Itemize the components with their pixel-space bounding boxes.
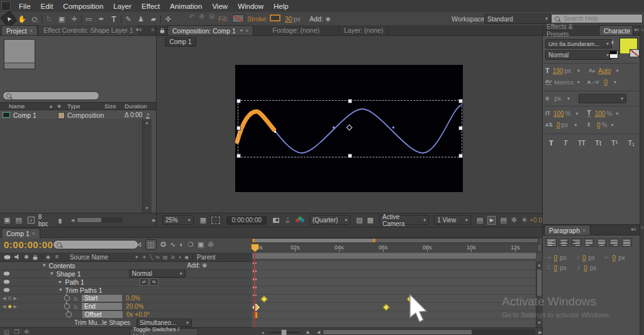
column-duration[interactable]: Duration <box>125 103 147 110</box>
project-search[interactable] <box>3 91 99 100</box>
faux-italic-button[interactable]: T <box>564 139 568 147</box>
keyframe-start-1[interactable] <box>260 295 267 302</box>
fill-stroke-swap[interactable] <box>609 50 618 59</box>
leading-value[interactable]: Auto <box>598 67 611 74</box>
frame-blend-icon[interactable]: ▤ <box>163 254 168 260</box>
pan-behind-tool[interactable]: ✛ <box>69 14 80 25</box>
source-name-column[interactable]: Source Name <box>70 254 108 261</box>
exposure-value[interactable]: +0.0 <box>530 217 542 224</box>
subscript-button[interactable]: T₁ <box>628 139 635 147</box>
stroke-color-swatch[interactable] <box>630 49 640 57</box>
tsume-value[interactable]: 0 <box>597 122 601 128</box>
indent-left-value[interactable]: 0 <box>554 254 558 261</box>
stroke-width-value[interactable]: px <box>554 95 561 102</box>
superscript-button[interactable]: T¹ <box>611 139 618 147</box>
label-column-icon[interactable]: ◈ <box>46 254 50 260</box>
row-shape1[interactable]: ▾ Shape 1 Normal ▾ <box>0 270 252 278</box>
offset-value[interactable]: 0x +0.0° <box>126 311 150 318</box>
quality-icon[interactable]: ╲ <box>150 254 153 260</box>
zoom-in-mountain-icon[interactable]: ▲ <box>305 329 311 335</box>
checkerboard-icon[interactable]: ▩ <box>367 217 374 224</box>
toggle-switches-modes-button[interactable]: Toggle Switches / Modes <box>130 328 198 335</box>
align-left-button[interactable] <box>546 238 557 247</box>
panel-menu-icon[interactable]: ▾≡ <box>136 27 142 33</box>
space-before-value[interactable]: 0 <box>554 264 558 271</box>
add-keyframe-icon[interactable]: ◇ <box>8 296 11 301</box>
start-property-label[interactable]: Start <box>82 295 122 302</box>
project-search-input[interactable] <box>14 92 96 100</box>
chevron-down-icon[interactable]: ▾ <box>576 111 579 116</box>
twirl-icon[interactable]: ▸ <box>59 279 62 285</box>
zoom-tool[interactable] <box>29 14 40 25</box>
twirl-icon[interactable]: ▾ <box>43 263 46 268</box>
threed-icon[interactable]: ◉ <box>184 254 189 260</box>
pixel-aspect-icon[interactable]: ▤ <box>477 217 483 224</box>
hide-shy-icon[interactable]: ✪ <box>160 241 166 248</box>
navigator-range[interactable] <box>253 239 373 242</box>
view-layout-dropdown[interactable]: 1 View ▾ <box>434 215 470 225</box>
tab-effect-controls[interactable]: Effect Controls: Shape Layer 1 <box>38 25 139 35</box>
type-tool[interactable]: T <box>108 14 119 25</box>
scroll-up-icon[interactable]: ▲ <box>145 120 149 125</box>
add-target-icon[interactable]: ◉ <box>202 263 207 268</box>
row-trim-multiple[interactable]: Trim Mu...le Shapes Simultaneo... ▾ <box>0 319 252 327</box>
lock-column-icon[interactable] <box>33 257 37 260</box>
path-vertex[interactable] <box>274 131 276 133</box>
adjustment-icon[interactable]: ◑ <box>178 254 181 260</box>
selection-handle[interactable] <box>458 99 463 103</box>
frame-blend-icon[interactable]: ∿ <box>170 241 175 248</box>
stroke-swatch[interactable] <box>270 14 280 21</box>
viewer-timecode[interactable]: 0:00:00:00 <box>226 216 267 225</box>
panel-menu-icon[interactable]: ▾≡ <box>634 28 640 33</box>
label-column-icon[interactable]: ◈ <box>57 104 61 109</box>
parent-column[interactable]: Parent <box>197 254 215 261</box>
brainstorm-icon[interactable]: ❍ <box>187 241 194 248</box>
eyedropper-icon[interactable]: ✒ <box>609 40 615 45</box>
menu-item-file[interactable]: File <box>14 3 36 10</box>
expand-inout-pane-icon[interactable]: ❐ <box>14 329 19 335</box>
solo-column-icon[interactable] <box>25 255 28 259</box>
timeline-hscroll[interactable] <box>323 329 535 335</box>
selection-handle[interactable] <box>348 154 352 158</box>
clone-stamp-tool[interactable]: ♟ <box>135 14 147 25</box>
chevron-down-icon[interactable]: ▾ <box>577 69 580 74</box>
tab-timeline-comp1[interactable]: Comp 1 × <box>1 228 40 238</box>
shy-icon[interactable]: ✦ <box>135 254 139 260</box>
selection-handle[interactable] <box>236 154 241 158</box>
show-snapshot-icon[interactable] <box>286 217 289 223</box>
number-column-icon[interactable]: # <box>55 254 58 260</box>
zoom-slider-knob[interactable] <box>281 329 287 335</box>
menu-item-help[interactable]: Help <box>269 3 294 10</box>
auto-keyframe-icon[interactable]: ▣ <box>197 241 204 248</box>
justify-last-right-button[interactable] <box>609 238 619 247</box>
stopwatch-icon[interactable] <box>64 295 70 301</box>
menu-item-composition[interactable]: Composition <box>58 3 108 10</box>
close-icon[interactable]: × <box>582 227 586 234</box>
start-value[interactable]: 0.0% <box>126 295 140 302</box>
work-area-bar[interactable] <box>252 253 536 259</box>
column-name[interactable]: Name <box>9 103 25 110</box>
menu-item-edit[interactable]: Edit <box>36 3 58 10</box>
justify-last-left-button[interactable] <box>584 238 594 247</box>
timeline-zoom-slider[interactable] <box>269 332 300 333</box>
flowchart-icon[interactable]: ✲ <box>511 217 517 224</box>
visibility-icon[interactable] <box>4 272 9 276</box>
selection-handle[interactable] <box>236 126 241 130</box>
small-caps-button[interactable]: Tt <box>595 139 601 147</box>
camera-tool[interactable]: ▣ <box>56 14 67 25</box>
time-navigator[interactable] <box>252 238 538 243</box>
tab-composition-comp1[interactable]: Composition: Comp 1 ▾ × <box>167 25 253 35</box>
row-path1[interactable]: ▸ Path 1 ⇄ ⇆ <box>0 278 252 287</box>
horizontal-scale-value[interactable]: 100 <box>595 110 606 117</box>
keyframe-end-2[interactable] <box>382 304 389 310</box>
fill-swatch[interactable] <box>232 14 244 23</box>
font-family-dropdown[interactable]: Uni Ila.Sundaram... ▾ <box>545 39 612 48</box>
timeline-button-icon[interactable]: ▤ <box>500 217 506 224</box>
safe-margins-icon[interactable]: ▦ <box>200 217 206 224</box>
tab-footage[interactable]: Footage: (none) <box>267 25 325 35</box>
transparency-grid-icon[interactable]: ▨ <box>356 217 362 224</box>
channels-icon[interactable] <box>296 217 303 224</box>
path-vertex[interactable] <box>392 127 394 128</box>
tab-paragraph[interactable]: Paragraph × <box>544 225 591 235</box>
row-start[interactable]: ◀ ◇ ▶ ◺ Start 0.0% <box>0 294 252 303</box>
